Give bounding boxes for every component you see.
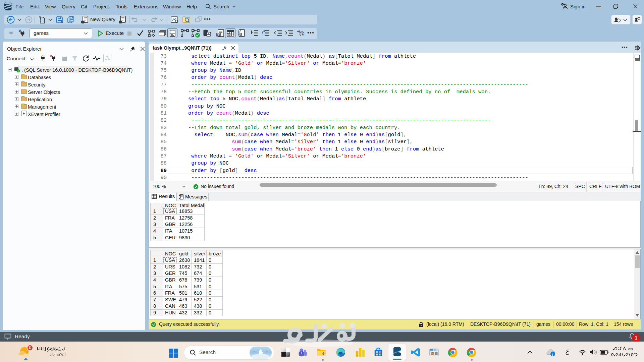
svg-text:01: 01 bbox=[227, 34, 230, 36]
svg-text:T: T bbox=[301, 351, 303, 354]
svg-text:01: 01 bbox=[217, 34, 220, 37]
svg-text:01: 01 bbox=[238, 34, 241, 36]
